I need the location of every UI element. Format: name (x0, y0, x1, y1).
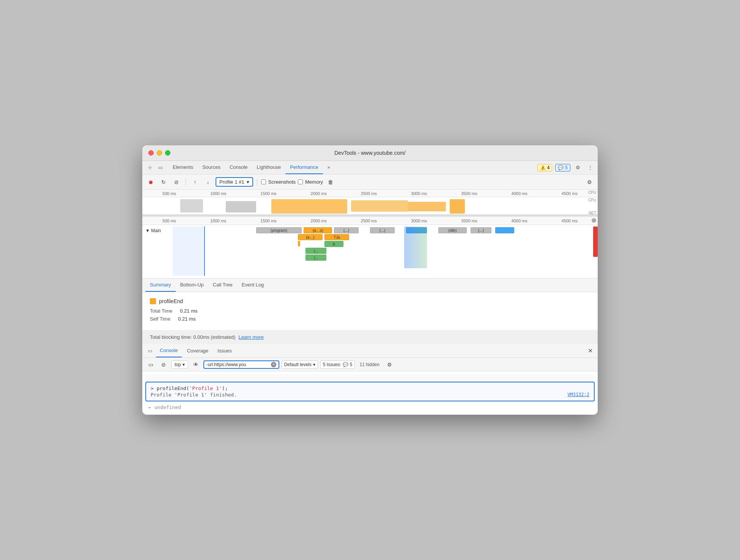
flame-p1[interactable]: (... (305, 248, 326, 254)
levels-chevron-icon: ▾ (313, 362, 315, 367)
close-button[interactable] (148, 150, 154, 156)
tab-icons: ⊹ ▭ (145, 163, 165, 172)
maximize-button[interactable] (165, 150, 170, 156)
tab-summary[interactable]: Summary (145, 278, 176, 292)
console-close-button[interactable]: ✕ (586, 346, 595, 356)
tick-4000: 4000 ms (512, 191, 527, 196)
flame-program[interactable]: (program) (256, 227, 302, 233)
summary-title: profileEnd (150, 298, 590, 304)
memory-input[interactable] (298, 179, 303, 184)
context-selector[interactable]: top ▾ (171, 360, 188, 369)
tick-3000: 3000 ms (411, 191, 427, 196)
warning-badge[interactable]: ⚠️ 4 (537, 164, 553, 171)
tab-bar: ⊹ ▭ Elements Sources Console Lighthouse … (142, 161, 598, 175)
eye-icon[interactable]: 👁 (191, 359, 201, 370)
tick-1000: 1000 ms (210, 191, 226, 196)
flame-b[interactable]: b (324, 241, 343, 247)
cpu-label: CPU (588, 190, 596, 195)
minimize-button[interactable] (157, 150, 162, 156)
separator-2 (257, 178, 257, 186)
tab-event-log[interactable]: Event Log (237, 278, 269, 292)
flame-dots1[interactable]: (...) (334, 227, 359, 233)
console-content: > profileEnd('Profile 1'); VM3132:2 Prof… (142, 371, 598, 415)
screenshots-input[interactable] (261, 179, 266, 184)
console-section: ▭ Console Coverage Issues ✕ ▭ ⊘ top ▾ 👁 … (142, 344, 598, 415)
filter-input-area[interactable]: -url:https://www.you ✕ (203, 360, 279, 369)
device-icon[interactable]: ▭ (156, 163, 165, 172)
cpu-chart-svg (142, 197, 598, 216)
console-settings-icon[interactable]: ⚙ (384, 359, 395, 370)
bottom-tabs: Summary Bottom-Up Call Tree Event Log (142, 278, 598, 292)
flame-a2[interactable]: (a…) (298, 234, 323, 240)
vm-ref[interactable]: VM3132:2 (567, 392, 589, 397)
flame-blue2[interactable] (495, 227, 514, 233)
info-badge[interactable]: 💬 5 (555, 164, 570, 171)
more-options-icon[interactable]: ⋮ (586, 163, 595, 172)
tab-bottom-up[interactable]: Bottom-Up (176, 278, 208, 292)
perf-settings-icon[interactable]: ⚙ (584, 177, 595, 187)
tab-console-active[interactable]: Console (156, 344, 182, 357)
clear-button[interactable]: ⊘ (171, 177, 182, 187)
perf-toolbar: ⏺ ↻ ⊘ ↑ ↓ Profile 1 #1 ▾ Screenshots Mem… (142, 175, 598, 190)
title-bar: DevTools - www.youtube.com/ (142, 145, 598, 161)
inspect-icon[interactable]: ⊹ (145, 163, 154, 172)
settings-icon[interactable]: ⚙ (573, 163, 583, 172)
console-sidebar-toggle[interactable]: ▭ (145, 359, 156, 370)
scrollbar-thumb[interactable] (592, 218, 596, 223)
screenshots-checkbox[interactable]: Screenshots (261, 179, 296, 185)
flame-tja[interactable]: TJa (324, 234, 349, 240)
tick2-4000: 4000 ms (512, 219, 527, 223)
tick-3500: 3500 ms (461, 191, 477, 196)
tick2-3500: 3500 ms (461, 219, 477, 223)
tab-call-tree[interactable]: Call Tree (208, 278, 237, 292)
tab-elements[interactable]: Elements (168, 161, 198, 174)
tick-1500: 1500 ms (260, 191, 276, 196)
console-undefined-result: ← undefined (145, 403, 595, 412)
learn-more-link[interactable]: Learn more (238, 334, 263, 340)
timeline-ruler: 500 ms 1000 ms 1500 ms 2000 ms 2500 ms 3… (142, 190, 598, 197)
cpu-label-overlay: CPU (588, 198, 596, 202)
tab-more[interactable]: » (323, 161, 335, 174)
main-track: ▼ Main (program) (a…s) (...) (...) (idle… (142, 225, 598, 278)
console-sidebar-icon[interactable]: ▭ (145, 346, 154, 356)
total-time-row: Total Time 0.21 ms (150, 308, 590, 314)
svg-rect-3 (351, 200, 408, 212)
flame-p2[interactable]: (... (305, 255, 326, 261)
console-clear-icon[interactable]: ⊘ (158, 359, 169, 370)
ruler2-ticks: 500 ms 1000 ms 1500 ms 2000 ms 2500 ms 3… (145, 219, 595, 223)
flame-as[interactable]: (a…s) (304, 227, 332, 233)
download-button[interactable]: ↓ (203, 177, 213, 187)
memory-checkbox[interactable]: Memory (298, 179, 323, 185)
log-levels-dropdown[interactable]: Default levels ▾ (282, 360, 318, 369)
issues-button[interactable]: 5 Issues: 💬 5 (320, 360, 355, 369)
console-header: ▭ Console Coverage Issues ✕ (142, 344, 598, 358)
profile-select[interactable]: Profile 1 #1 ▾ (216, 177, 253, 187)
chevron-down-icon: ▾ (247, 179, 249, 185)
refresh-record-button[interactable]: ↻ (158, 177, 169, 187)
tab-issues[interactable]: Issues (214, 344, 236, 357)
console-entry-main: > profileEnd('Profile 1'); VM3132:2 Prof… (145, 382, 595, 401)
tick2-2000: 2000 ms (311, 219, 327, 223)
tab-coverage[interactable]: Coverage (183, 344, 212, 357)
tab-console[interactable]: Console (225, 161, 252, 174)
tab-sources[interactable]: Sources (198, 161, 225, 174)
svg-rect-6 (142, 214, 598, 216)
summary-color-box (150, 298, 156, 304)
filter-clear-button[interactable]: ✕ (271, 362, 276, 367)
tab-performance[interactable]: Performance (285, 161, 323, 174)
delete-profile-button[interactable]: 🗑 (325, 177, 336, 187)
flame-dots2[interactable]: (...) (370, 227, 395, 233)
flame-red-edge (593, 227, 598, 257)
main-timeline: 500 ms 1000 ms 1500 ms 2000 ms 2500 ms 3… (142, 217, 598, 278)
record-button[interactable]: ⏺ (145, 177, 156, 187)
console-arrow-icon: > (151, 385, 157, 391)
tick-2000: 2000 ms (311, 191, 327, 196)
flame-dots3[interactable]: (...) (471, 227, 491, 233)
tick-2500: 2500 ms (361, 191, 377, 196)
flame-chart[interactable]: (program) (a…s) (...) (...) (idle) (...)… (173, 227, 598, 276)
separator-1 (186, 178, 186, 186)
cpu-chart[interactable]: CPU NET (142, 197, 598, 216)
tab-lighthouse[interactable]: Lighthouse (252, 161, 286, 174)
flame-idle[interactable]: (idle) (438, 227, 467, 233)
upload-button[interactable]: ↑ (190, 177, 200, 187)
